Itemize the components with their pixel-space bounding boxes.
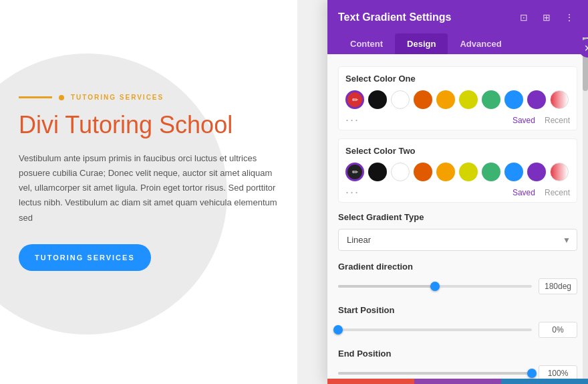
- color-swatch-orange-1[interactable]: [414, 90, 432, 109]
- color-two-swatches: ✏: [345, 163, 570, 181]
- color-swatch-blue-2[interactable]: [504, 163, 523, 181]
- screen-icon[interactable]: ⊡: [516, 9, 532, 25]
- gradient-direction-fill: [338, 285, 435, 288]
- gradient-direction-row: 180deg: [338, 278, 577, 294]
- panel-header: Text Gradient Settings ⊡ ⊞ ⋮ Content Des…: [327, 0, 588, 54]
- end-position-track[interactable]: [338, 372, 532, 375]
- tab-design[interactable]: Design: [395, 33, 448, 54]
- color-swatch-amber-1[interactable]: [436, 90, 455, 109]
- gradient-direction-track[interactable]: [338, 285, 532, 288]
- columns-icon[interactable]: ⊞: [539, 9, 555, 25]
- end-position-fill: [338, 372, 532, 375]
- more-colors-dots-1[interactable]: ···: [345, 113, 359, 127]
- cta-button[interactable]: TUTORING SERVICES: [19, 244, 151, 271]
- color-one-swatches: ✏: [345, 90, 570, 109]
- end-position-thumb[interactable]: [527, 369, 537, 378]
- gradient-direction-label: Gradient direction: [338, 262, 577, 272]
- panel-icons: ⊡ ⊞ ⋮: [516, 9, 577, 25]
- more-options-icon[interactable]: ⋮: [561, 9, 577, 25]
- panel-title: Text Gradient Settings: [338, 11, 452, 23]
- start-position-value[interactable]: 0%: [539, 322, 577, 338]
- body-paragraph: Vestibulum ante ipsum primis in faucibus…: [19, 151, 286, 225]
- color-swatch-gradient-1[interactable]: [550, 90, 569, 109]
- start-position-thumb[interactable]: [333, 325, 343, 334]
- divider-label: TUTORING SERVICES: [71, 94, 164, 101]
- panel-title-row: Text Gradient Settings ⊡ ⊞ ⋮: [338, 9, 577, 25]
- saved-btn-2[interactable]: Saved: [512, 188, 535, 197]
- color-swatch-purple-2[interactable]: [527, 163, 546, 181]
- line-decoration: [19, 96, 52, 98]
- color-swatch-white-2[interactable]: [391, 163, 410, 181]
- color-two-label: Select Color Two: [345, 146, 570, 156]
- recent-btn-2[interactable]: Recent: [545, 188, 570, 197]
- color-two-section: Select Color Two ✏ ··· Saved Recent: [338, 138, 577, 203]
- gradient-direction-value[interactable]: 180deg: [539, 278, 577, 294]
- bottom-red: [327, 379, 414, 384]
- scrollbar-track[interactable]: [583, 37, 588, 384]
- tab-advanced[interactable]: Advanced: [448, 33, 513, 54]
- gradient-direction-thumb[interactable]: [430, 282, 440, 291]
- divider-line: TUTORING SERVICES: [19, 94, 286, 101]
- gradient-type-section: Select Gradient Type Linear Radial Conic…: [338, 212, 577, 251]
- panel-tabs: Content Design Advanced: [338, 33, 577, 54]
- color-one-active-swatch[interactable]: ✏: [345, 90, 364, 109]
- color-one-section: Select Color One ✏ ··· Saved Recent: [338, 66, 577, 130]
- color-swatch-amber-2[interactable]: [436, 163, 455, 181]
- color-swatch-yellow-2[interactable]: [459, 163, 478, 181]
- left-content: TUTORING SERVICES Divi Tutoring School V…: [19, 94, 286, 271]
- recent-btn-1[interactable]: Recent: [545, 116, 570, 125]
- settings-panel: Text Gradient Settings ⊡ ⊞ ⋮ Content Des…: [327, 0, 588, 384]
- end-position-label: End Position: [338, 349, 577, 359]
- color-two-active-swatch[interactable]: ✏: [345, 163, 364, 181]
- gradient-type-wrapper: Linear Radial Conic ▼: [338, 229, 577, 251]
- gradient-type-label: Select Gradient Type: [338, 212, 577, 222]
- color-swatch-white-1[interactable]: [391, 90, 410, 109]
- color-one-label: Select Color One: [345, 74, 570, 84]
- dot-decoration: [59, 95, 64, 100]
- color-swatch-black-1[interactable]: [368, 90, 387, 109]
- panel-body: Select Color One ✏ ··· Saved Recent: [327, 54, 588, 384]
- start-position-track[interactable]: [338, 328, 532, 331]
- start-position-section: Start Position 0%: [338, 305, 577, 338]
- color-swatch-orange-2[interactable]: [414, 163, 432, 181]
- color-swatch-green-2[interactable]: [482, 163, 500, 181]
- end-position-section: End Position 100%: [338, 349, 577, 381]
- bottom-bar: [327, 379, 588, 384]
- page-heading: Divi Tutoring School: [19, 110, 286, 139]
- bottom-blue: [501, 379, 588, 384]
- tab-content[interactable]: Content: [338, 33, 395, 54]
- gradient-direction-section: Gradient direction 180deg: [338, 262, 577, 294]
- start-position-label: Start Position: [338, 305, 577, 315]
- color-swatch-green-1[interactable]: [482, 90, 500, 109]
- color-swatch-blue-1[interactable]: [504, 90, 523, 109]
- color-swatch-purple-1[interactable]: [527, 90, 546, 109]
- color-swatch-gradient-2[interactable]: [550, 163, 569, 181]
- gradient-type-select[interactable]: Linear Radial Conic: [338, 229, 577, 251]
- color-swatch-yellow-1[interactable]: [459, 90, 478, 109]
- saved-btn-1[interactable]: Saved: [512, 116, 535, 125]
- more-colors-dots-2[interactable]: ···: [345, 185, 359, 199]
- start-position-row: 0%: [338, 322, 577, 338]
- bottom-purple: [414, 379, 501, 384]
- color-swatch-black-2[interactable]: [368, 163, 387, 181]
- left-panel: TUTORING SERVICES Divi Tutoring School V…: [0, 0, 297, 384]
